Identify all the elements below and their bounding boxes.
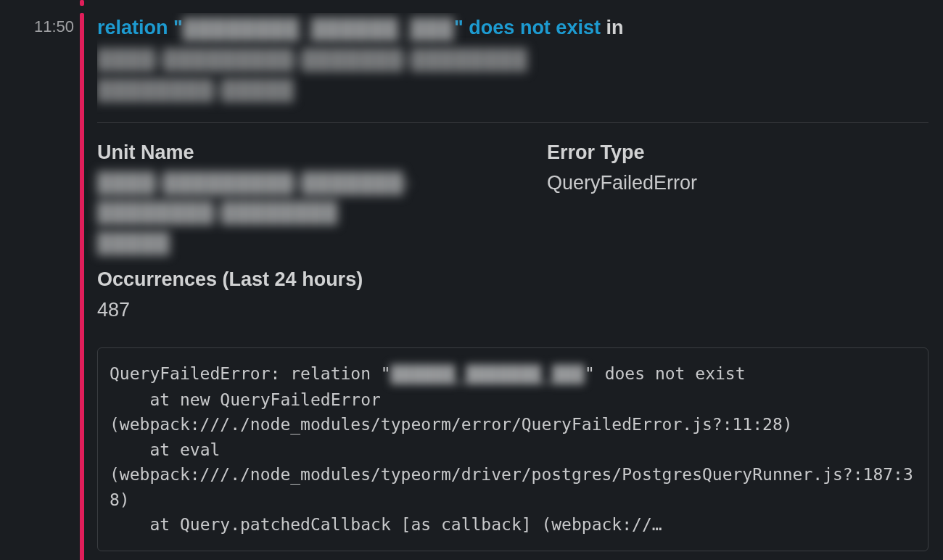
previous-message-accent-bar xyxy=(80,0,84,6)
attachment-accent-bar xyxy=(80,13,84,560)
redacted-text: ████-█████████-███████-████████ xyxy=(97,45,528,75)
message-row: 11:50 relation "████████_██████_███" doe… xyxy=(0,6,943,560)
occurrences-value: 487 xyxy=(97,295,503,325)
unit-name-value: ████-█████████-███████-████████-████████… xyxy=(97,168,503,258)
message-timestamp[interactable]: 11:50 xyxy=(15,13,74,36)
error-type-value: QueryFailedError xyxy=(547,168,837,198)
redacted-text: ████████_██████_███ xyxy=(183,15,454,44)
error-type-label: Error Type xyxy=(547,141,837,164)
redacted-text: ████-█████████-███████-████████-████████ xyxy=(97,168,503,227)
redacted-text: █████ xyxy=(97,228,170,258)
redacted-text: ████████-█████ xyxy=(97,75,295,105)
error-title: relation "████████_██████_███" does not … xyxy=(97,13,928,123)
message-content: relation "████████_██████_███" does not … xyxy=(97,13,928,560)
redacted-text: ██████_███████_███ xyxy=(391,362,585,387)
stacktrace-codeblock: QueryFailedError: relation "██████_█████… xyxy=(97,347,928,551)
occurrences-label: Occurrences (Last 24 hours) xyxy=(97,268,503,291)
fields-section: Unit Name ████-█████████-███████-███████… xyxy=(97,141,928,334)
error-title-link[interactable]: relation "████████_██████_███" does not … xyxy=(97,17,601,38)
unit-name-label: Unit Name xyxy=(97,141,503,164)
